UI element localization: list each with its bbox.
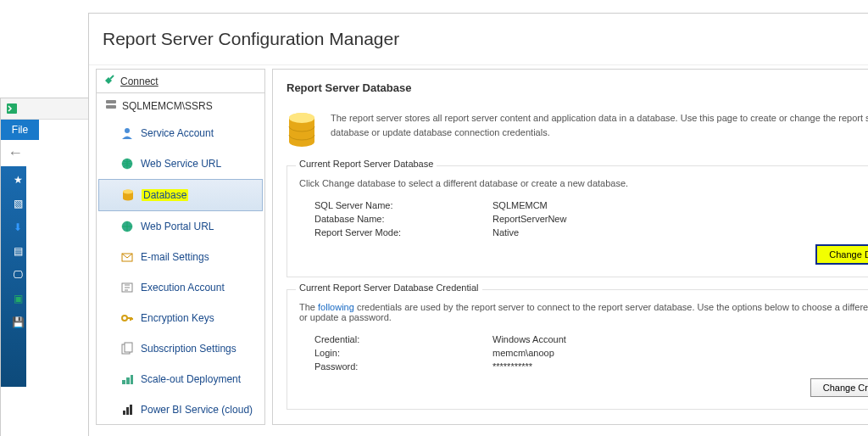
login-label: Login: <box>314 348 492 358</box>
change-database-button[interactable]: Change Database <box>815 244 868 265</box>
sidebar-item-label: Scale-out Deployment <box>141 373 241 385</box>
subscription-icon <box>120 342 134 355</box>
svg-rect-15 <box>131 375 133 384</box>
credential-label: Credential: <box>314 334 492 344</box>
section-legend: Current Report Server Database <box>296 159 437 169</box>
password-value: *********** <box>492 361 532 372</box>
powershell-icon <box>6 103 18 115</box>
sidebar-item-encryption-keys[interactable]: Encryption Keys <box>97 303 264 333</box>
svg-point-6 <box>123 190 133 194</box>
credential-value: Windows Account <box>492 334 566 344</box>
sidebar-item-database[interactable]: Database <box>98 179 263 211</box>
svg-rect-2 <box>106 105 116 109</box>
svg-rect-13 <box>122 380 125 384</box>
desktop-icon: ▣ <box>6 288 30 309</box>
sidebar-item-execution-account[interactable]: Execution Account <box>97 272 264 303</box>
file-menu-button[interactable]: File <box>1 120 39 140</box>
svg-point-10 <box>122 316 127 321</box>
desktop-icon: ▧ <box>6 193 30 214</box>
svg-point-3 <box>125 128 130 133</box>
desktop-icon: 💾 <box>6 312 30 333</box>
desktop-icon: ▤ <box>6 241 30 261</box>
section-desc: The following credentials are used by th… <box>299 302 868 322</box>
current-db-credential-section: Current Report Server Database Credentia… <box>287 289 868 410</box>
server-icon <box>105 98 117 113</box>
connect-icon <box>103 74 115 88</box>
sidebar-item-web-service-url[interactable]: Web Service URL <box>97 148 264 179</box>
password-label: Password: <box>314 361 492 372</box>
change-credentials-button[interactable]: Change Credentials <box>810 378 868 397</box>
login-value: memcm\anoop <box>492 348 554 358</box>
sidebar-item-subscription-settings[interactable]: Subscription Settings <box>97 333 264 364</box>
report-server-mode-label: Report Server Mode: <box>314 227 492 238</box>
config-manager-window: Report Server Configuration Manager Conn… <box>88 13 868 436</box>
sidebar-item-label: Web Service URL <box>141 158 221 170</box>
content-header: Report Server Database <box>287 81 868 94</box>
explorer-titlebar <box>1 98 88 120</box>
svg-rect-17 <box>126 407 129 415</box>
svg-rect-16 <box>123 411 125 415</box>
intro-text: The report server stores all report serv… <box>331 111 868 139</box>
cred-desc-post: credentials are used by the report serve… <box>299 302 868 322</box>
svg-rect-12 <box>125 343 132 352</box>
sidebar: Connect SQLMEMCM\SSRS Service Account We… <box>96 69 265 425</box>
svg-rect-18 <box>130 405 132 415</box>
content-pane: Report Server Database The report server… <box>272 69 868 425</box>
back-button[interactable]: ← <box>1 140 88 165</box>
cred-desc-pre: The <box>299 302 318 312</box>
svg-rect-14 <box>126 377 130 384</box>
sidebar-item-label: Encryption Keys <box>141 312 214 324</box>
sidebar-item-label: Subscription Settings <box>141 343 236 355</box>
database-large-icon <box>287 111 317 148</box>
sidebar-item-label: Power BI Service (cloud) <box>141 404 253 416</box>
section-legend: Current Report Server Database Credentia… <box>296 282 482 293</box>
database-name-label: Database Name: <box>314 214 492 224</box>
following-link[interactable]: following <box>318 302 354 312</box>
sql-server-name-label: SQL Server Name: <box>314 200 492 210</box>
sidebar-item-label: E-mail Settings <box>141 251 209 263</box>
window-title: Report Server Configuration Manager <box>89 14 868 65</box>
report-server-mode-value: Native <box>492 227 519 238</box>
execution-icon <box>120 281 134 294</box>
desktop-icon: ⬇ <box>6 217 30 238</box>
background-explorer-window: File ← ★ ▧ ⬇ ▤ 🖵 ▣ 💾 <box>0 98 89 436</box>
current-db-section: Current Report Server Database Click Cha… <box>287 165 868 277</box>
desktop-icon: ★ <box>6 170 30 190</box>
globe-icon <box>120 220 134 233</box>
globe-icon <box>120 157 134 170</box>
sidebar-item-powerbi[interactable]: Power BI Service (cloud) <box>97 394 264 425</box>
key-icon <box>120 311 134 325</box>
sidebar-item-label: Execution Account <box>141 282 225 293</box>
sidebar-item-label: Database <box>142 189 188 201</box>
mail-icon <box>120 250 134 264</box>
database-icon <box>121 188 135 202</box>
database-name-value: ReportServerNew <box>492 214 566 224</box>
sql-server-name-value: SQLMEMCM <box>492 200 548 210</box>
svg-rect-1 <box>106 100 116 103</box>
section-desc: Click Change database to select a differ… <box>299 178 868 188</box>
sidebar-item-web-portal-url[interactable]: Web Portal URL <box>97 211 264 242</box>
desktop-icon: 🖵 <box>6 265 30 285</box>
connect-button[interactable]: Connect <box>97 70 264 93</box>
scaleout-icon <box>120 372 134 386</box>
sidebar-item-label: Web Portal URL <box>141 221 214 232</box>
sidebar-item-scaleout-deployment[interactable]: Scale-out Deployment <box>97 364 264 394</box>
sidebar-item-label: Service Account <box>141 127 214 139</box>
server-node[interactable]: SQLMEMCM\SSRS <box>97 93 264 118</box>
sidebar-item-service-account[interactable]: Service Account <box>97 118 264 148</box>
svg-point-20 <box>289 113 314 123</box>
sidebar-item-email-settings[interactable]: E-mail Settings <box>97 242 264 272</box>
service-account-icon <box>120 126 134 140</box>
chart-icon <box>120 403 134 416</box>
connect-label: Connect <box>120 75 159 87</box>
server-name: SQLMEMCM\SSRS <box>122 100 213 112</box>
